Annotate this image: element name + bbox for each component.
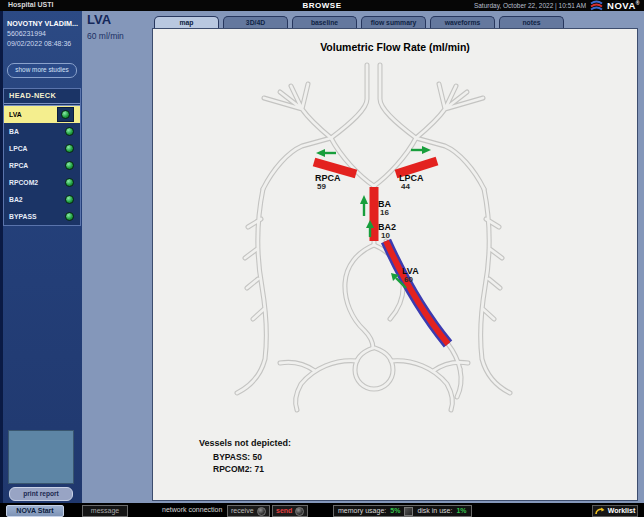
- send-label: send: [276, 506, 292, 516]
- system-usage-group: memory usage: 5% disk in use: 1%: [333, 505, 472, 517]
- study-thumbnail-placeholder: [8, 430, 74, 484]
- topbar-right: Saturday, October 22, 2022 | 10:51 AM NO…: [474, 0, 640, 11]
- top-bar: Hospital USTI BROWSE Saturday, October 2…: [0, 0, 644, 11]
- not-depicted-header: Vessels not depicted:: [199, 438, 291, 448]
- main-area: LVA 60 ml/min map 3D/4D baseline flow su…: [82, 11, 644, 503]
- ba-direction-arrow: [360, 195, 368, 216]
- worklist-button[interactable]: Worklist: [592, 505, 638, 517]
- vessel-item-lva[interactable]: LVA: [4, 106, 80, 123]
- registered-mark: ®: [636, 0, 640, 6]
- vessel-item-ba2[interactable]: BA2: [4, 191, 80, 208]
- usage-icon: [404, 507, 413, 516]
- status-led-icon: [65, 195, 74, 204]
- rpca-value: 59: [317, 182, 326, 191]
- receive-indicator[interactable]: receive: [227, 505, 270, 517]
- map-panel: Volumetric Flow Rate (ml/min): [152, 28, 638, 501]
- vessel-item-rpcom2[interactable]: RPCOM2: [4, 174, 80, 191]
- status-led-icon: [65, 161, 74, 170]
- patient-name: NOVOTNY VLADIM...: [7, 19, 78, 28]
- send-led-icon: [295, 507, 304, 516]
- worklist-arrow-icon: [595, 507, 605, 515]
- map-title: Volumetric Flow Rate (ml/min): [320, 41, 470, 53]
- patient-id: 5606231994: [7, 30, 46, 37]
- memory-usage-label: memory usage:: [338, 506, 386, 516]
- vessel-item-ba[interactable]: BA: [4, 123, 80, 140]
- vessel-map: Volumetric Flow Rate (ml/min): [153, 29, 637, 500]
- sidebar-edge-strip: [0, 11, 3, 503]
- vessel-item-label: BA: [9, 128, 19, 135]
- status-led-icon: [65, 178, 74, 187]
- vessel-item-label: LPCA: [9, 145, 28, 152]
- nova-start-button[interactable]: NOVA Start: [6, 505, 64, 517]
- vessel-item-label: RPCOM2: [9, 179, 38, 186]
- vessel-item-label: BYPASS: [9, 213, 36, 220]
- status-bar: NOVA Start message network connection re…: [0, 503, 644, 517]
- vessel-item-lpca[interactable]: LPCA: [4, 140, 80, 157]
- message-button[interactable]: message: [82, 505, 128, 517]
- lpca-direction-arrow: [411, 146, 431, 154]
- disk-usage-value: 1%: [456, 506, 466, 516]
- vessel-item-bypass[interactable]: BYPASS: [4, 208, 80, 225]
- sidebar: NOVOTNY VLADIM... 5606231994 09/02/2022 …: [0, 11, 82, 503]
- selected-vessel-title: LVA: [87, 12, 111, 27]
- lva-value: 60: [404, 275, 413, 284]
- ba2-value: 10: [381, 231, 390, 240]
- receive-led-icon: [257, 507, 266, 516]
- status-led-icon: [65, 212, 74, 221]
- vessel-item-label: BA2: [9, 196, 23, 203]
- not-depicted-line: BYPASS: 50: [213, 452, 262, 462]
- nova-logo-icon: [589, 0, 604, 11]
- show-more-studies-button[interactable]: show more studies: [7, 63, 77, 78]
- nova-browse-screen: Hospital USTI BROWSE Saturday, October 2…: [0, 0, 644, 517]
- vessel-item-rpca[interactable]: RPCA: [4, 157, 80, 174]
- memory-usage-value: 5%: [390, 506, 400, 516]
- not-depicted-line: RPCOM2: 71: [213, 464, 264, 474]
- worklist-label: Worklist: [608, 506, 636, 516]
- lpca-value: 44: [401, 182, 410, 191]
- rpca-direction-arrow: [316, 149, 336, 157]
- led-frame: [57, 107, 74, 122]
- vessel-item-label: LVA: [9, 111, 22, 118]
- selected-vessel-flow: 60 ml/min: [87, 31, 124, 41]
- status-led-icon: [65, 144, 74, 153]
- disk-usage-label: disk in use:: [417, 506, 452, 516]
- status-led-icon: [61, 110, 70, 119]
- region-header: HEAD-NECK: [4, 89, 80, 106]
- network-connection-label: network connection: [162, 505, 222, 515]
- receive-label: receive: [231, 506, 254, 516]
- status-led-icon: [65, 127, 74, 136]
- head-neck-panel: HEAD-NECK LVA BA LPCA RPCA RPCOM2: [3, 88, 81, 226]
- ba-value: 16: [380, 208, 389, 217]
- datetime: Saturday, October 22, 2022 | 10:51 AM: [474, 2, 586, 9]
- send-indicator[interactable]: send: [272, 505, 308, 517]
- brand-name: NOVA®: [607, 0, 640, 11]
- print-report-button[interactable]: print report: [9, 487, 73, 501]
- vessel-item-label: RPCA: [9, 162, 28, 169]
- study-datetime: 09/02/2022 08:48:36: [7, 40, 71, 47]
